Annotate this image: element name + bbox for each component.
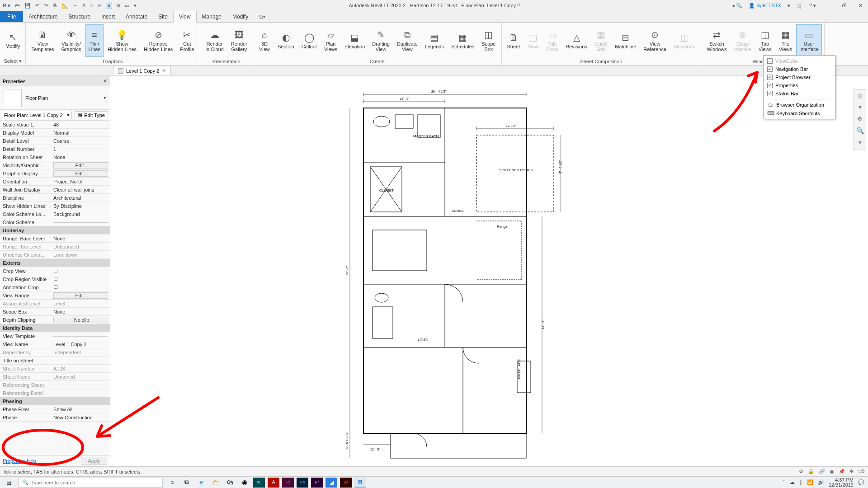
revisions-button[interactable]: △Revisions [563, 25, 590, 56]
drag-elements-icon[interactable]: ✥ [849, 469, 854, 474]
apply-button[interactable]: Apply [81, 457, 107, 465]
selection-filter-icon[interactable]: ⚙ [799, 469, 803, 474]
prop-value[interactable]: Coarse [52, 138, 110, 144]
doctab-close-icon[interactable]: ✕ [162, 68, 166, 74]
group-header[interactable]: Phasing [0, 397, 110, 405]
select-links-icon[interactable]: 🔗 [819, 469, 825, 474]
full-nav-wheel-icon[interactable]: ◎ [855, 92, 864, 101]
qat-thinlines-icon[interactable]: ≡ [106, 2, 112, 9]
duplicate-view-button[interactable]: ⧉Duplicate View [394, 25, 420, 56]
tab-site[interactable]: Site [153, 11, 173, 22]
nav-dropdown-icon[interactable]: ▾ [855, 103, 864, 113]
prop-value[interactable]: Independent [52, 350, 110, 355]
drawing-canvas[interactable]: MASTER BATH SCREENED PORCH CLOSET CLOSET… [110, 76, 868, 466]
tab-annotate[interactable]: Annotate [120, 11, 153, 22]
prop-value[interactable]: Background [52, 211, 110, 217]
browser-org-item[interactable]: 🗂Browser Organization [764, 101, 835, 109]
acrobat-icon[interactable]: A [268, 478, 279, 488]
revit-icon[interactable]: R [354, 478, 366, 488]
qat-section-icon[interactable]: ✂ [98, 3, 102, 9]
visibility-graphics-button[interactable]: 👁Visibility/ Graphics [59, 25, 84, 56]
qat-default3d-icon[interactable]: ⌂ [90, 3, 93, 8]
prop-value[interactable] [53, 222, 108, 223]
cart-icon[interactable]: 🛒 [797, 3, 803, 9]
qat-open-icon[interactable]: 🗁 [15, 3, 20, 8]
cortana-icon[interactable]: ○ [166, 478, 178, 488]
store-icon[interactable]: 🛍 [224, 478, 236, 488]
tray-up-icon[interactable]: ˄ [783, 479, 785, 485]
matchline-button[interactable]: ⊟Matchline [612, 25, 639, 56]
ui-toggle-status-bar[interactable]: ✓Status Bar [764, 89, 835, 98]
plan-views-button[interactable]: ▱Plan Views [321, 25, 340, 56]
ui-toggle-properties[interactable]: ✓Properties [764, 81, 835, 89]
tab-structure[interactable]: Structure [63, 11, 96, 22]
tile-views-button[interactable]: ▦Tile Views [776, 25, 795, 56]
schedules-button[interactable]: ▦Schedules [448, 25, 477, 56]
select-panel-label[interactable]: Select ▾ [0, 58, 25, 65]
prop-value[interactable]: Edit... [53, 162, 108, 169]
tab-architecture[interactable]: Architecture [23, 11, 63, 22]
restore-button[interactable]: 🗗 [839, 3, 849, 8]
prop-value[interactable]: ☐ [52, 284, 110, 290]
edit-type-button[interactable]: 🏛 Edit Type [75, 111, 108, 119]
qat-undo-icon[interactable]: ↶ [35, 3, 39, 9]
minimize-button[interactable]: — [822, 3, 833, 8]
properties-close-icon[interactable]: ✕ [103, 78, 107, 84]
photoshop-icon[interactable]: Ps [297, 478, 308, 488]
select-underlay-icon[interactable]: ▣ [830, 469, 834, 474]
premiere-icon[interactable]: Pr [311, 478, 323, 488]
remove-hidden-button[interactable]: ⊘Remove Hidden Lines [141, 25, 175, 56]
prop-value[interactable]: Unbounded [52, 244, 110, 249]
qat-print-icon[interactable]: 🖶 [52, 3, 57, 8]
tab-manage[interactable]: Manage [197, 11, 227, 22]
keyboard-shortcuts-item[interactable]: ⌨Keyboard Shortcuts [764, 109, 835, 117]
app-menu-icon[interactable]: R ▾ [3, 3, 10, 9]
render-gallery-button[interactable]: 🖼Render Gallery [228, 25, 250, 56]
prop-value[interactable]: None [52, 155, 110, 160]
signed-in-user[interactable]: 👤 kyleTTBTX [749, 3, 781, 9]
prop-value[interactable]: ☐ [52, 276, 110, 282]
tab-views-button[interactable]: ◫Tab Views [756, 25, 774, 56]
prop-value[interactable]: Level 1 [52, 301, 110, 306]
user-interface-button[interactable]: ▭User Interface [797, 25, 821, 56]
clock[interactable]: 4:37 PM12/31/2019 [829, 478, 854, 488]
modify-button[interactable]: ↖Modify [3, 25, 23, 56]
taskbar-search[interactable]: 🔍Type here to search [18, 478, 163, 488]
section-button[interactable]: ◐Section [275, 25, 297, 56]
illustrator-icon[interactable]: Ai [340, 478, 352, 488]
start-button[interactable]: ⊞ [0, 479, 18, 486]
qat-text-icon[interactable]: A [82, 3, 85, 8]
tab-modify[interactable]: Modify [227, 11, 254, 22]
qat-measure-icon[interactable]: 📐 [62, 3, 68, 9]
cut-profile-button[interactable]: ✂Cut Profile [177, 25, 197, 56]
render-cloud-button[interactable]: ☁Render in Cloud [203, 25, 226, 56]
thin-lines-button[interactable]: ≡Thin Lines [86, 25, 103, 56]
group-header[interactable]: Extents [0, 259, 110, 267]
qat-switch-icon[interactable]: ▭ [125, 3, 129, 9]
ui-toggle-project-browser[interactable]: ✓Project Browser [764, 73, 835, 81]
view-templates-button[interactable]: 🗎View Templates [28, 25, 57, 56]
prop-value[interactable] [53, 336, 108, 337]
ui-toggle-navigation-bar[interactable]: ✓Navigation Bar [764, 65, 835, 73]
bluetooth-icon[interactable]: ᛒ [799, 480, 802, 485]
legends-button[interactable]: ▤Legends [422, 25, 447, 56]
explorer-icon[interactable]: 🗀 [210, 478, 222, 488]
prop-value[interactable]: New Construction [52, 415, 110, 420]
group-header[interactable]: Underlay [0, 226, 110, 235]
search-icon[interactable]: ◂ 🔍 [732, 3, 742, 9]
favorites-icon[interactable]: ▾ [788, 3, 790, 9]
editable-only-icon[interactable]: 🔒 [808, 469, 814, 474]
file-tab[interactable]: File [0, 11, 23, 22]
properties-help-link[interactable]: Properties help [3, 458, 36, 464]
scope-box-button[interactable]: ◫Scope Box [479, 25, 498, 56]
onedrive-icon[interactable]: ☁ [790, 479, 795, 485]
drafting-view-button[interactable]: ✎Drafting View [369, 25, 392, 56]
prop-value[interactable]: ☐ [52, 268, 110, 274]
show-hidden-button[interactable]: 💡Show Hidden Lines [105, 25, 139, 56]
document-tab[interactable]: Level 1 Copy 2 ✕ [113, 66, 171, 75]
volume-icon[interactable]: 🔊 [818, 479, 824, 485]
prop-value[interactable]: Edit... [53, 292, 108, 299]
bluebeam-icon[interactable]: ◢ [326, 478, 337, 488]
close-window-button[interactable]: ✕ [856, 3, 865, 9]
qat-close-icon[interactable]: ⊗ [116, 3, 120, 9]
